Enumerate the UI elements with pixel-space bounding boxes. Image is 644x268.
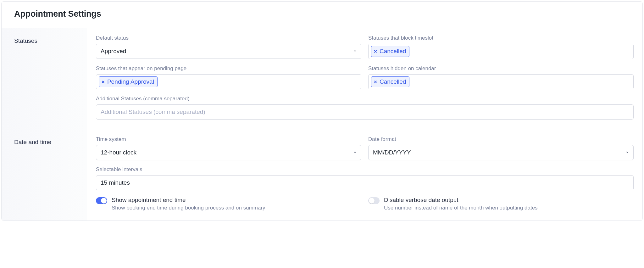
- toggle-item-disable-verbose: Disable verbose date output Use number i…: [368, 197, 634, 211]
- section-body-statuses: Default status Statuses that block times…: [87, 28, 642, 129]
- field-default-status: Default status: [96, 35, 361, 59]
- toggle-item-show-end-time: Show appointment end time Show booking e…: [96, 197, 361, 211]
- tag-label: Cancelled: [380, 78, 406, 86]
- label-block-timeslot: Statuses that block timeslot: [368, 35, 634, 41]
- input-intervals[interactable]: [96, 175, 634, 190]
- toggle-text: Disable verbose date output Use number i…: [384, 197, 538, 211]
- label-date-format: Date format: [368, 136, 634, 142]
- select-time-system[interactable]: [96, 145, 361, 160]
- field-hidden-calendar: Statuses hidden on calendar × Cancelled: [368, 65, 634, 90]
- section-label-statuses: Statuses: [2, 28, 87, 129]
- toggle-knob: [369, 198, 375, 204]
- tag-hidden-cancelled: × Cancelled: [371, 76, 409, 87]
- toggle-title: Disable verbose date output: [384, 197, 538, 204]
- tagbox-block-timeslot[interactable]: × Cancelled: [368, 44, 634, 59]
- tag-label: Cancelled: [380, 47, 406, 55]
- toggle-show-end-time[interactable]: [96, 197, 107, 204]
- toggle-title: Show appointment end time: [112, 197, 265, 204]
- select-default-status[interactable]: [96, 44, 361, 59]
- field-pending-page: Statuses that appear on pending page × P…: [96, 65, 361, 90]
- section-datetime: Date and time Time system Date format: [2, 129, 642, 221]
- label-additional-statuses: Additional Statuses (comma separated): [96, 96, 634, 102]
- close-icon[interactable]: ×: [102, 79, 105, 85]
- settings-card: Appointment Settings Statuses Default st…: [1, 1, 643, 221]
- tag-label: Pending Approval: [107, 78, 154, 86]
- close-icon[interactable]: ×: [374, 49, 377, 54]
- toggle-disable-verbose[interactable]: [368, 197, 380, 204]
- card-header: Appointment Settings: [2, 2, 642, 28]
- page-title: Appointment Settings: [14, 9, 630, 19]
- select-date-format[interactable]: [368, 145, 634, 160]
- toggle-text: Show appointment end time Show booking e…: [112, 197, 265, 211]
- label-intervals: Selectable intervals: [96, 166, 634, 173]
- close-icon[interactable]: ×: [374, 79, 377, 85]
- input-additional-statuses[interactable]: [96, 104, 634, 120]
- tag-pending-approval: × Pending Approval: [99, 76, 158, 87]
- field-additional-statuses: Additional Statuses (comma separated): [96, 96, 634, 120]
- toggle-knob: [101, 198, 107, 204]
- field-block-timeslot: Statuses that block timeslot × Cancelled: [368, 35, 634, 59]
- label-time-system: Time system: [96, 136, 361, 142]
- field-intervals: Selectable intervals: [96, 166, 634, 190]
- field-time-system: Time system: [96, 136, 361, 160]
- toggle-subtitle: Show booking end time during booking pro…: [112, 205, 265, 211]
- section-body-datetime: Time system Date format: [87, 129, 642, 221]
- label-pending-page: Statuses that appear on pending page: [96, 65, 361, 72]
- tag-block-cancelled: × Cancelled: [371, 46, 409, 57]
- label-hidden-calendar: Statuses hidden on calendar: [368, 65, 634, 72]
- field-date-format: Date format: [368, 136, 634, 160]
- tagbox-hidden-calendar[interactable]: × Cancelled: [368, 74, 634, 90]
- section-label-datetime: Date and time: [2, 129, 87, 221]
- tagbox-pending-page[interactable]: × Pending Approval: [96, 74, 361, 90]
- toggle-subtitle: Use number instead of name of the month …: [384, 205, 538, 211]
- section-statuses: Statuses Default status Statuses that bl…: [2, 28, 642, 129]
- label-default-status: Default status: [96, 35, 361, 41]
